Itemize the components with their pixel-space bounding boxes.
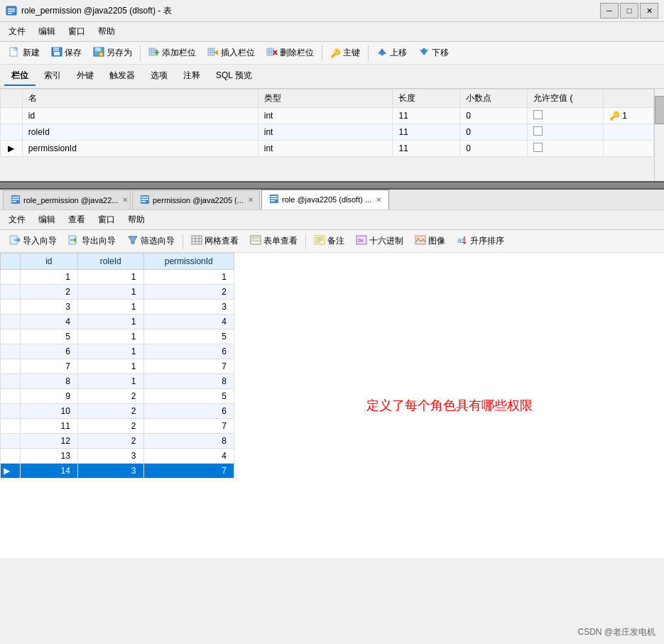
key-button[interactable]: 🔑 主键 xyxy=(325,44,365,62)
cell-permissionid-2[interactable]: 3 xyxy=(143,300,234,315)
col-name-2[interactable]: permissionId xyxy=(22,141,258,157)
bottom-menu-edit[interactable]: 编辑 xyxy=(33,212,61,228)
cell-id-6[interactable]: 7 xyxy=(20,359,77,374)
cell-roleid-11[interactable]: 2 xyxy=(77,434,143,449)
bottom-menu-window[interactable]: 窗口 xyxy=(92,212,121,228)
header-name[interactable]: 名 xyxy=(22,89,258,108)
table-row[interactable]: ▶1437 xyxy=(1,464,234,479)
cell-roleid-9[interactable]: 2 xyxy=(77,404,143,419)
hex-button[interactable]: 0x 十六进制 xyxy=(351,232,408,250)
col-decimal-0[interactable]: 0 xyxy=(460,108,528,124)
cell-permissionid-5[interactable]: 6 xyxy=(143,344,234,359)
cell-id-8[interactable]: 9 xyxy=(20,389,77,404)
cell-permissionid-0[interactable]: 1 xyxy=(143,270,234,285)
cell-roleid-7[interactable]: 1 xyxy=(77,374,143,389)
cell-roleid-5[interactable]: 1 xyxy=(77,344,143,359)
scrollbar-thumb[interactable] xyxy=(655,96,664,124)
menu-help[interactable]: 帮助 xyxy=(92,23,121,40)
cell-permissionid-8[interactable]: 5 xyxy=(143,389,234,404)
sort-button[interactable]: az 升序排序 xyxy=(452,232,509,250)
data-header-id[interactable]: id xyxy=(20,253,77,270)
bottom-menu-help[interactable]: 帮助 xyxy=(122,212,151,228)
tab-permission[interactable]: permission @java2205 (... ✕ xyxy=(132,190,260,209)
export-button[interactable]: 导出向导 xyxy=(63,232,121,250)
header-type[interactable]: 类型 xyxy=(258,89,393,108)
menu-window[interactable]: 窗口 xyxy=(62,23,91,40)
cell-permissionid-3[interactable]: 4 xyxy=(143,315,234,329)
cell-roleid-3[interactable]: 1 xyxy=(77,315,143,329)
col-type-2[interactable]: int xyxy=(258,141,393,157)
tab-close-2[interactable]: ✕ xyxy=(374,196,383,204)
tab-sqlpreview[interactable]: SQL 预览 xyxy=(209,67,259,86)
cell-roleid-10[interactable]: 2 xyxy=(77,419,143,434)
cell-roleid-4[interactable]: 1 xyxy=(77,329,143,344)
cell-id-1[interactable]: 2 xyxy=(20,285,77,300)
cell-roleid-6[interactable]: 1 xyxy=(77,359,143,374)
col-length-2[interactable]: 11 xyxy=(393,141,460,157)
new-button[interactable]: 新建 xyxy=(4,44,45,62)
table-row[interactable]: 1026 xyxy=(1,404,234,419)
table-row[interactable]: 818 xyxy=(1,374,234,389)
table-row[interactable]: 1334 xyxy=(1,449,234,464)
up-button[interactable]: 上移 xyxy=(371,44,412,62)
table-row[interactable]: 616 xyxy=(1,344,234,359)
col-type-1[interactable]: int xyxy=(258,124,393,141)
col-length-1[interactable]: 11 xyxy=(393,124,460,141)
menu-file[interactable]: 文件 xyxy=(3,23,31,40)
header-decimal[interactable]: 小数点 xyxy=(460,89,528,108)
cell-roleid-0[interactable]: 1 xyxy=(77,270,143,285)
cell-id-13[interactable]: 14 xyxy=(20,464,77,479)
table-row[interactable]: 414 xyxy=(1,315,234,329)
cell-id-10[interactable]: 11 xyxy=(20,419,77,434)
table-row[interactable]: 515 xyxy=(1,329,234,344)
inscol-button[interactable]: 插入栏位 xyxy=(202,44,260,62)
cell-id-2[interactable]: 3 xyxy=(20,300,77,315)
data-header-permissionid[interactable]: permissionId xyxy=(143,253,234,270)
cell-permissionid-11[interactable]: 8 xyxy=(143,434,234,449)
minimize-button[interactable]: ─ xyxy=(600,3,619,18)
addcol-button[interactable]: 添加栏位 xyxy=(143,44,201,62)
cell-id-0[interactable]: 1 xyxy=(20,270,77,285)
cell-permissionid-7[interactable]: 8 xyxy=(143,374,234,389)
bottom-menu-file[interactable]: 文件 xyxy=(3,212,31,228)
table-row[interactable]: 1228 xyxy=(1,434,234,449)
saveas-button[interactable]: 另存为 xyxy=(88,44,137,62)
header-nullable[interactable]: 允许空值 ( xyxy=(528,89,604,108)
cell-id-3[interactable]: 4 xyxy=(20,315,77,329)
table-row[interactable]: 111 xyxy=(1,270,234,285)
cell-id-12[interactable]: 13 xyxy=(20,449,77,464)
cell-id-7[interactable]: 8 xyxy=(20,374,77,389)
cell-permissionid-4[interactable]: 5 xyxy=(143,329,234,344)
col-decimal-1[interactable]: 0 xyxy=(460,124,528,141)
tab-close-0[interactable]: ✕ xyxy=(121,196,129,204)
form-button[interactable]: 表单查看 xyxy=(245,232,303,250)
menu-edit[interactable]: 编辑 xyxy=(33,23,61,40)
maximize-button[interactable]: □ xyxy=(620,3,638,18)
tab-foreignkeys[interactable]: 外键 xyxy=(70,67,101,86)
cell-id-11[interactable]: 12 xyxy=(20,434,77,449)
table-row[interactable]: id int 11 0 🔑 1 xyxy=(1,108,654,124)
tab-role-permission[interactable]: role_permission @java22... ✕ xyxy=(3,190,131,209)
delcol-button[interactable]: 删除栏位 xyxy=(261,44,319,62)
cell-permissionid-12[interactable]: 4 xyxy=(143,449,234,464)
import-button[interactable]: 导入向导 xyxy=(4,232,62,250)
tab-close-1[interactable]: ✕ xyxy=(246,196,255,204)
tab-role[interactable]: role @java2205 (dlsoft) ... ✕ xyxy=(261,190,389,209)
cell-id-5[interactable]: 6 xyxy=(20,344,77,359)
nullable-checkbox-0[interactable] xyxy=(533,110,543,119)
down-button[interactable]: 下移 xyxy=(413,44,454,62)
col-name-1[interactable]: roleId xyxy=(22,124,258,141)
cell-permissionid-1[interactable]: 2 xyxy=(143,285,234,300)
table-row[interactable]: roleId int 11 0 xyxy=(1,124,654,141)
cell-roleid-1[interactable]: 1 xyxy=(77,285,143,300)
nullable-checkbox-1[interactable] xyxy=(533,126,543,136)
bottom-menu-view[interactable]: 查看 xyxy=(62,212,91,228)
table-row[interactable]: 313 xyxy=(1,300,234,315)
table-row[interactable]: 212 xyxy=(1,285,234,300)
tab-indexes[interactable]: 索引 xyxy=(37,67,68,86)
cell-id-4[interactable]: 5 xyxy=(20,329,77,344)
col-length-0[interactable]: 11 xyxy=(393,108,460,124)
table-row[interactable]: ▶ permissionId int 11 0 xyxy=(1,141,654,157)
tab-columns[interactable]: 栏位 xyxy=(4,67,36,86)
tab-comments[interactable]: 注释 xyxy=(176,67,207,86)
